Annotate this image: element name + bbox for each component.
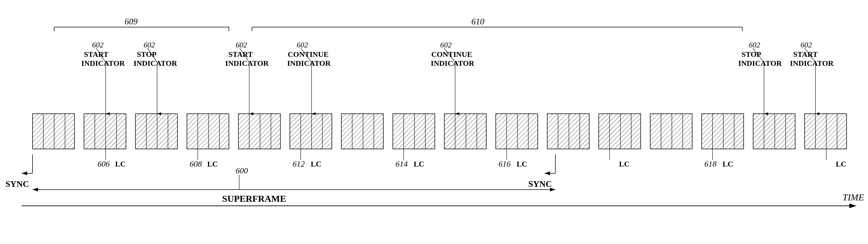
label-602-6: 602 (749, 41, 760, 49)
label-602-3: 602 (236, 41, 247, 49)
stop-indicator-2b: INDICATOR (738, 59, 782, 67)
label-lc-618: LC (722, 160, 733, 168)
diagram-container: TIME SYNC SYNC SUPERFRAME 600 609 (0, 0, 868, 244)
svg-rect-45 (547, 114, 589, 149)
label-lc-616: LC (517, 160, 527, 168)
svg-rect-13 (135, 114, 178, 149)
brace-610-label: 610 (471, 17, 485, 26)
label-606: 606 (97, 159, 110, 168)
label-602-5: 602 (440, 41, 452, 49)
timing-diagram: TIME SYNC SYNC SUPERFRAME 600 609 (0, 0, 868, 244)
label-lc-606: LC (115, 160, 126, 168)
sync-label-left: SYNC (5, 179, 29, 189)
svg-rect-21 (239, 114, 280, 149)
stop-indicator-2: STOP (742, 50, 761, 59)
label-lc-614: LC (414, 160, 424, 168)
svg-rect-9 (84, 114, 126, 149)
label-602-1: 602 (92, 41, 103, 49)
svg-rect-57 (702, 114, 744, 149)
svg-rect-25 (290, 114, 332, 149)
label-618: 618 (704, 159, 717, 168)
continue-indicator-2b: INDICATOR (431, 59, 475, 67)
svg-rect-49 (599, 114, 641, 149)
superframe-label: SUPERFRAME (222, 194, 286, 204)
label-602-2: 602 (144, 41, 155, 49)
svg-rect-41 (496, 114, 538, 149)
svg-rect-37 (444, 114, 486, 149)
label-608: 608 (190, 159, 202, 168)
stop-indicator-1: STOP (137, 50, 157, 59)
start-indicator-3b: INDICATOR (790, 59, 834, 67)
label-lc-last: LC (836, 160, 846, 168)
label-600: 600 (236, 166, 248, 175)
start-indicator-1: START (84, 50, 108, 59)
time-label: TIME (842, 192, 864, 202)
svg-rect-53 (650, 114, 692, 149)
continue-indicator-1: CONTINUE (288, 50, 329, 59)
stop-indicator-1b: INDICATOR (133, 59, 178, 67)
svg-rect-65 (805, 114, 846, 149)
label-602-7: 602 (801, 41, 812, 49)
start-indicator-3: START (793, 50, 818, 59)
start-indicator-2: START (228, 50, 253, 59)
sync-label-right: SYNC (528, 179, 552, 189)
continue-indicator-2: CONTINUE (431, 50, 472, 59)
svg-rect-33 (393, 114, 435, 149)
start-indicator-1b: INDICATOR (81, 59, 125, 67)
label-lc-608: LC (207, 160, 218, 168)
svg-rect-61 (753, 114, 795, 149)
label-lc-mid: LC (619, 160, 629, 168)
label-612: 612 (292, 159, 305, 168)
continue-indicator-1b: INDICATOR (287, 59, 331, 67)
label-lc-612: LC (311, 160, 321, 168)
label-602-4: 602 (297, 41, 308, 49)
svg-rect-29 (341, 114, 383, 149)
label-616: 616 (498, 159, 511, 168)
svg-rect-17 (187, 114, 229, 149)
svg-rect-5 (32, 114, 74, 149)
brace-609-label: 609 (125, 17, 137, 26)
label-614: 614 (396, 159, 408, 168)
start-indicator-2b: INDICATOR (225, 59, 269, 67)
